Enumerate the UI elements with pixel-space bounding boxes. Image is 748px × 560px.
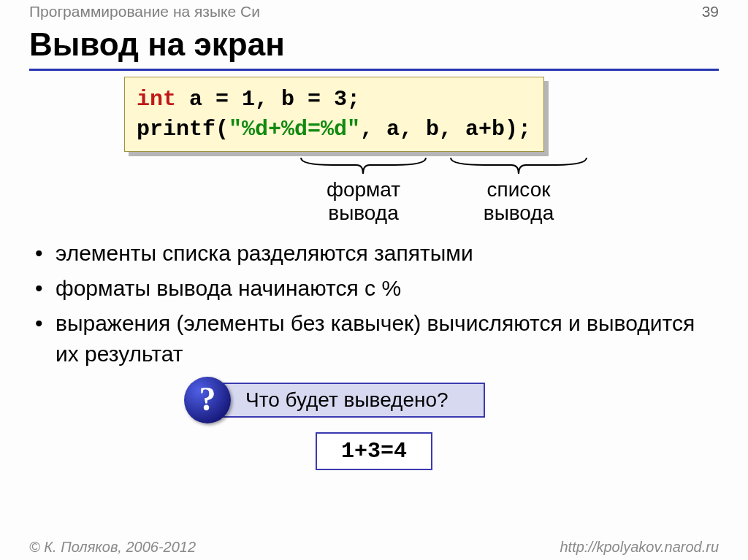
string-literal: "%d+%d=%d" [229,117,360,142]
list-item: выражения (элементы без кавычек) вычисля… [56,308,719,369]
label-line: список [487,178,551,201]
page-number: 39 [702,3,719,20]
brace-list-label: список вывода [484,178,554,225]
page-title: Вывод на экран [29,26,719,71]
code-line-1: int a = 1, b = 3; [137,85,532,115]
brace-icon [299,156,427,177]
brace-format-label: формат вывода [327,178,400,225]
question-callout: ? Что будет выведено? [191,383,557,418]
question-mark-icon: ? [184,377,231,423]
label-line: формат [327,178,400,201]
code-line-2: printf("%d+%d=%d", a, b, a+b); [137,115,532,145]
code-text: , a, b, a+b); [360,117,531,142]
keyword-int: int [137,87,176,112]
bullet-list: элементы списка разделяются запятыми фор… [29,238,719,369]
code-text: a = 1, b = 3; [176,87,360,112]
list-item: форматы вывода начинаются с % [56,273,719,304]
label-line: вывода [484,202,554,224]
question-text: Что будет выведено? [207,383,485,418]
code-block: int a = 1, b = 3; printf("%d+%d=%d", a, … [124,77,544,152]
list-item: элементы списка разделяются запятыми [56,238,719,269]
copyright: © К. Поляков, 2006-2012 [29,539,196,556]
code-box: int a = 1, b = 3; printf("%d+%d=%d", a, … [124,77,544,152]
footer-url: http://kpolyakov.narod.ru [560,539,719,556]
code-text: printf( [137,117,229,142]
header-bar: Программирование на языке Си 39 [29,0,719,22]
brace-icon [449,156,588,177]
slide: Программирование на языке Си 39 Вывод на… [0,0,748,560]
label-line: вывода [328,202,398,224]
footer: © К. Поляков, 2006-2012 http://kpolyakov… [29,539,719,556]
brace-format: формат вывода [299,156,427,225]
brace-annotations: формат вывода список вывода [124,156,719,225]
course-title: Программирование на языке Си [29,3,260,20]
brace-list: список вывода [449,156,588,225]
output-result: 1+3=4 [316,432,432,470]
